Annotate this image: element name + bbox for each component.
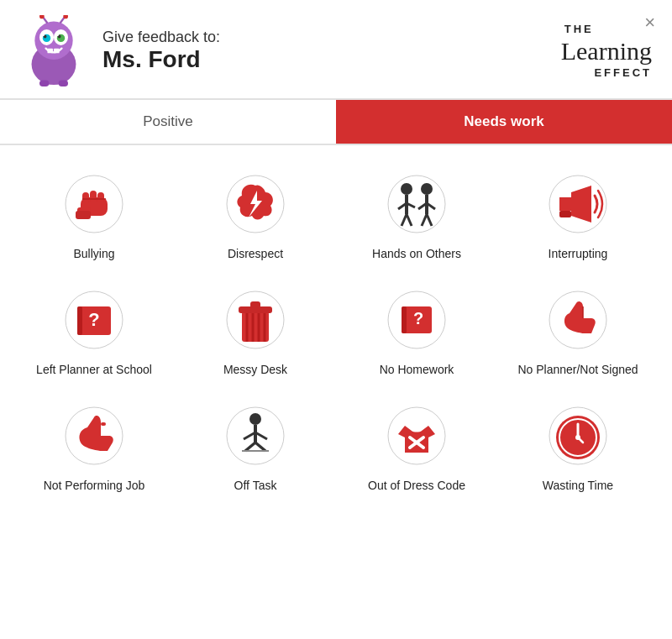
svg-rect-58 <box>402 306 407 333</box>
feedback-grid: Bullying Disrespect <box>0 145 672 519</box>
svg-marker-41 <box>559 197 571 211</box>
no-planner-label: No Planner/Not Signed <box>517 362 638 377</box>
grid-item-wasting-time[interactable]: Wasting Time <box>497 394 659 501</box>
messy-desk-icon-container <box>222 286 289 354</box>
wasting-time-icon-container <box>544 402 612 469</box>
svg-rect-12 <box>39 80 49 86</box>
header-text: Give feedback to: Ms. Ford <box>102 29 561 73</box>
grid-item-not-performing[interactable]: Not Performing Job <box>13 394 175 501</box>
bullying-icon-container <box>60 170 128 238</box>
svg-point-9 <box>56 34 59 36</box>
close-button[interactable]: × <box>644 13 655 32</box>
header: Give feedback to: Ms. Ford THE Learning … <box>0 0 672 100</box>
grid-item-out-of-dress-code[interactable]: Out of Dress Code <box>336 394 497 501</box>
out-of-dress-code-icon-container <box>383 402 450 469</box>
svg-rect-63 <box>101 422 106 426</box>
interrupting-label: Interrupting <box>549 246 608 261</box>
svg-rect-22 <box>97 192 104 202</box>
interrupting-icon-container <box>544 170 612 238</box>
svg-point-34 <box>421 183 433 195</box>
svg-rect-21 <box>90 191 97 202</box>
logo-learning: Learning <box>561 36 652 66</box>
tabs-container: Positive Needs work <box>0 100 672 145</box>
svg-rect-25 <box>76 211 91 219</box>
svg-point-28 <box>401 183 412 195</box>
svg-rect-43 <box>559 211 571 217</box>
wasting-time-label: Wasting Time <box>543 478 613 493</box>
left-planner-label: Left Planner at School <box>36 362 152 377</box>
disrespect-label: Disrespect <box>228 246 283 261</box>
off-task-label: Off Task <box>234 478 277 493</box>
give-feedback-label: Give feedback to: <box>102 29 561 46</box>
svg-text:?: ? <box>88 309 99 330</box>
no-homework-label: No Homework <box>380 362 454 377</box>
hands-on-others-icon-container <box>383 170 450 238</box>
tab-needs-work[interactable]: Needs work <box>336 100 672 144</box>
grid-item-disrespect[interactable]: Disrespect <box>175 162 336 270</box>
grid-item-hands-on-others[interactable]: Hands on Others <box>336 162 497 270</box>
left-planner-icon-container: ? <box>60 286 128 354</box>
not-performing-icon-container <box>60 402 128 469</box>
no-homework-icon-container: ? <box>383 286 450 354</box>
no-planner-icon-container <box>544 286 612 354</box>
svg-text:?: ? <box>413 309 423 327</box>
svg-point-27 <box>388 175 445 233</box>
disrespect-icon-container <box>222 170 289 238</box>
mascot-icon <box>20 15 87 86</box>
messy-desk-label: Messy Desk <box>223 362 287 377</box>
out-of-dress-code-label: Out of Dress Code <box>368 478 465 493</box>
bullying-label: Bullying <box>73 246 114 261</box>
svg-point-65 <box>249 413 261 425</box>
grid-item-no-planner[interactable]: No Planner/Not Signed <box>497 278 659 385</box>
grid-item-left-planner[interactable]: ? Left Planner at School <box>13 278 175 385</box>
svg-rect-11 <box>54 49 60 54</box>
not-performing-label: Not Performing Job <box>44 478 145 493</box>
grid-item-off-task[interactable]: Off Task <box>175 394 336 501</box>
svg-point-8 <box>42 34 45 36</box>
svg-point-80 <box>575 435 580 440</box>
svg-rect-20 <box>82 192 89 204</box>
svg-rect-10 <box>47 49 53 54</box>
grid-item-messy-desk[interactable]: Messy Desk <box>175 278 336 385</box>
svg-rect-55 <box>250 301 260 308</box>
logo: THE Learning EFFECT <box>561 23 652 79</box>
svg-rect-13 <box>59 80 68 86</box>
off-task-icon-container <box>222 402 289 469</box>
grid-item-bullying[interactable]: Bullying <box>13 162 175 270</box>
logo-the: THE <box>564 23 652 36</box>
modal: Give feedback to: Ms. Ford THE Learning … <box>0 0 672 639</box>
logo-effect: EFFECT <box>561 66 652 80</box>
svg-rect-46 <box>77 306 82 335</box>
grid-item-interrupting[interactable]: Interrupting <box>497 162 659 270</box>
teacher-name: Ms. Ford <box>102 46 561 73</box>
hands-on-others-label: Hands on Others <box>372 246 461 261</box>
tab-positive[interactable]: Positive <box>0 100 336 144</box>
grid-item-no-homework[interactable]: ? No Homework <box>336 278 497 385</box>
